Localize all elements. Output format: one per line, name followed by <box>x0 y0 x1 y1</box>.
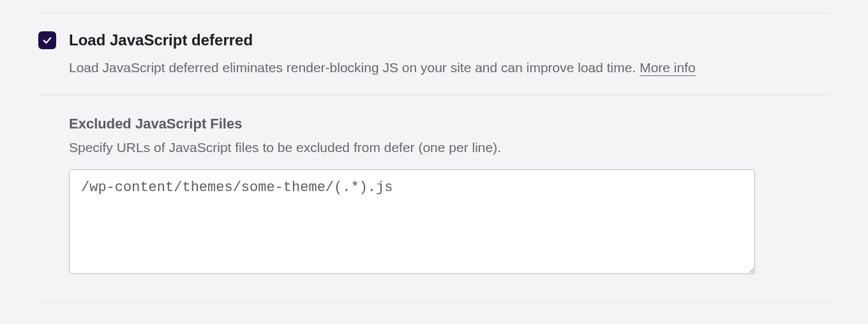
divider <box>38 302 830 303</box>
excluded-js-section: Excluded JavaScript Files Specify URLs o… <box>38 116 830 277</box>
defer-js-settings-panel: Load JavaScript deferred Load JavaScript… <box>0 13 868 303</box>
option-load-js-deferred: Load JavaScript deferred Load JavaScript… <box>38 31 830 77</box>
divider <box>38 95 830 95</box>
excluded-js-title: Excluded JavaScript Files <box>69 116 830 132</box>
load-js-deferred-checkbox[interactable] <box>38 31 56 49</box>
option-description-text: Load JavaScript deferred eliminates rend… <box>69 60 640 75</box>
more-info-link[interactable]: More info <box>640 60 696 76</box>
excluded-js-textarea[interactable] <box>69 169 755 274</box>
divider <box>38 13 830 13</box>
option-description: Load JavaScript deferred eliminates rend… <box>69 59 830 77</box>
excluded-js-description: Specify URLs of JavaScript files to be e… <box>69 140 830 155</box>
check-icon <box>41 35 53 46</box>
option-title: Load JavaScript deferred <box>69 31 830 50</box>
